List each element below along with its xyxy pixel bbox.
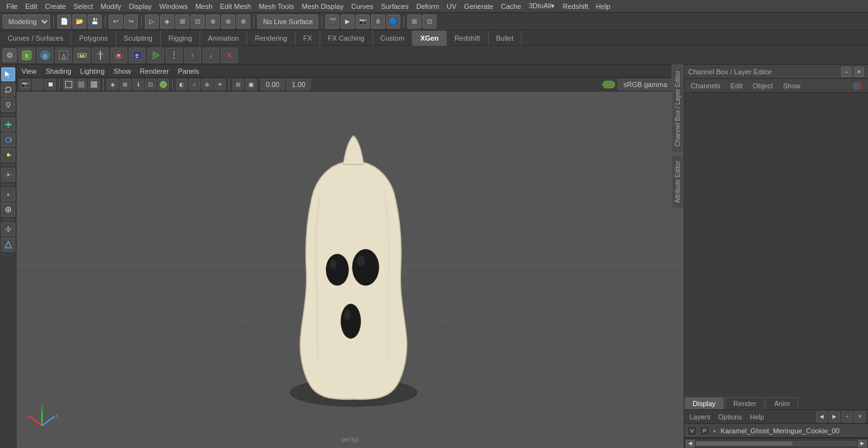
xgen-guide-btn[interactable] [92,48,109,63]
menu-curves[interactable]: Curves [348,0,377,13]
zoom-input[interactable] [287,79,311,90]
menu-file[interactable]: File [3,0,22,13]
select-tool-btn[interactable] [1,67,15,81]
snap-to-grid-btn[interactable]: ⊞ [175,15,189,29]
live-surface-btn[interactable]: No Live Surface [257,15,318,29]
open-scene-btn[interactable]: 📂 [72,15,86,29]
layer-prev-btn[interactable]: ◀ [816,411,827,423]
layer-visibility-btn[interactable]: V [687,426,697,436]
snap-to-view-btn[interactable]: ⊛ [221,15,235,29]
shaded-btn[interactable] [76,79,87,90]
menu-mesh[interactable]: Mesh [191,0,216,13]
menu-cache[interactable]: Cache [497,0,525,13]
viewport-menu-renderer[interactable]: Renderer [137,67,172,75]
camera-attr-btn[interactable]: 🎥 [32,79,43,90]
xgen-modifier-btn[interactable]: M [74,48,90,63]
xgen-tools-btn[interactable]: ⋮ [166,48,182,63]
snap-to-surface-btn[interactable]: ⊗ [236,15,250,29]
ipr-btn[interactable]: 📷 [356,15,370,29]
undo-btn[interactable]: ↩ [109,15,123,29]
paint-select-btn[interactable] [1,98,15,112]
xgen-primitive-btn[interactable]: △ [55,48,72,63]
dof-btn[interactable]: ○ [189,79,200,90]
grid-toggle-btn[interactable]: ⊡ [145,79,156,90]
menu-create[interactable]: Create [41,0,70,13]
menu-display[interactable]: Display [125,0,156,13]
soft-select-btn[interactable] [1,168,15,182]
hotbox-btn[interactable]: ⊡ [423,15,437,29]
menu-mesh-tools[interactable]: Mesh Tools [255,0,297,13]
cb-edit-menu[interactable]: Edit [728,82,745,90]
menu-windows[interactable]: Windows [156,0,192,13]
redo-btn[interactable]: ↪ [124,15,138,29]
resolution-gate-btn[interactable]: ▣ [245,79,257,90]
menu-modify[interactable]: Modify [97,0,125,13]
panel-minimize-btn[interactable]: ─ [841,67,851,77]
layer-next-btn[interactable]: ▶ [829,411,840,423]
xgen-preview-btn[interactable] [147,48,164,63]
viewport-renderer-btn[interactable]: 🔵 [386,15,400,29]
isolate-btn[interactable]: ◈ [107,79,118,90]
camera-settings-btn[interactable]: 📷 [19,79,31,90]
lr-tab-anim[interactable]: Anim [766,397,798,409]
ssao-btn[interactable]: ◐ [176,79,187,90]
xgen-render-btn[interactable]: R [111,48,127,63]
layer-scroll-left[interactable]: ◀ [686,440,695,447]
rotation-input[interactable] [261,79,285,90]
xgen-expression-btn[interactable]: E [129,48,146,63]
xgen-delete-btn[interactable]: ✕ [221,48,238,63]
panel-close-btn[interactable]: ✕ [854,67,864,77]
viewport-menu-panels[interactable]: Panels [175,67,202,75]
universal-manip-btn[interactable] [1,203,15,217]
tab-rendering[interactable]: Rendering [247,31,295,46]
ui-customize-btn[interactable]: ⊞ [407,15,421,29]
motion-blur-btn[interactable]: ⊗ [201,79,213,90]
colorspace-toggle[interactable] [602,81,615,88]
tab-custom[interactable]: Custom [373,31,413,46]
heads-up-btn[interactable]: ℹ [132,79,144,90]
cb-show-menu[interactable]: Show [780,82,803,90]
xgen-import-btn[interactable]: ↑ [184,48,201,63]
viewport-menu-shading[interactable]: Shading [43,67,74,75]
viewport-menu-show[interactable]: Show [111,67,134,75]
lasso-select-btn[interactable] [1,83,15,97]
attribute-editor-side-tab[interactable]: Attribute Editor [672,155,684,208]
new-scene-btn[interactable]: 📄 [57,15,71,29]
cb-channels-menu[interactable]: Channels [688,82,722,90]
wireframe-btn[interactable] [63,79,74,90]
aa-btn[interactable] [158,79,169,90]
tab-sculpting[interactable]: Sculpting [116,31,161,46]
menu-mesh-display[interactable]: Mesh Display [298,0,348,13]
layers-layers-menu[interactable]: Layers [687,413,713,421]
layer-new-btn[interactable]: + [841,411,853,423]
cb-object-menu[interactable]: Object [750,82,775,90]
menu-select[interactable]: Select [70,0,97,13]
workspace-dropdown[interactable]: Modeling [3,15,50,29]
menu-help[interactable]: Help [592,0,614,13]
hdr-btn[interactable]: ☀ [214,79,226,90]
lr-tab-render[interactable]: Render [725,397,764,409]
display-settings-btn[interactable]: ⊞ [119,79,131,90]
channel-box-side-tab[interactable]: Channel Box / Layer Editor [672,65,684,153]
layer-scroll-right[interactable]: ▶ [858,440,867,447]
tab-fx-caching[interactable]: FX Caching [320,31,372,46]
snap-to-point-btn[interactable]: ⊕ [206,15,220,29]
select-by-component-btn[interactable]: ◈ [160,15,174,29]
select-camera-btn[interactable]: 🔲 [44,79,56,90]
menu-generate[interactable]: Generate [460,0,497,13]
show-manipulator-btn[interactable]: + [1,187,15,201]
xgen-export-btn[interactable]: ↓ [203,48,219,63]
pause-render-btn[interactable]: ⏸ [371,15,385,29]
viewport-menu-view[interactable]: View [19,67,39,75]
layer-scrollbar-track[interactable] [696,441,857,446]
layers-help-menu[interactable]: Help [747,413,767,421]
tab-redshift[interactable]: Redshift [447,31,488,46]
move-tool-btn[interactable] [1,118,15,132]
lr-tab-display[interactable]: Display [684,397,724,409]
tab-xgen[interactable]: XGen [412,31,447,46]
menu-3dtoall[interactable]: 3DtoAll▾ [525,0,559,13]
menu-redshift[interactable]: Redshift [559,0,592,13]
layer-playback-btn[interactable]: P [700,426,710,436]
tab-bullet[interactable]: Bullet [489,31,522,46]
xgen-igroom-btn[interactable]: X [18,48,35,63]
